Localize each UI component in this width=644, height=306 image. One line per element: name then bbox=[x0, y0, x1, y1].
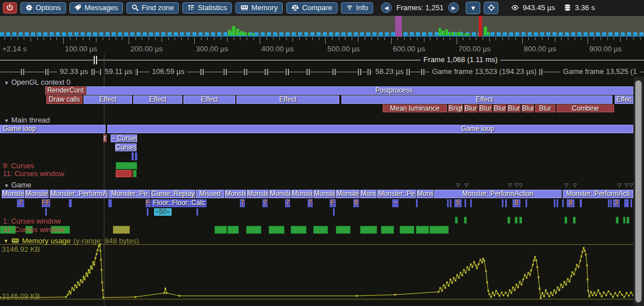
zone-bar[interactable]: Blur bbox=[464, 104, 477, 112]
zone-bar[interactable]: 5 bbox=[454, 199, 462, 207]
memory-usage-header[interactable]: ▼ Memory usage (y-range: 848 bytes) bbox=[3, 237, 139, 245]
zone-bar[interactable]: Mean luminance bbox=[383, 104, 447, 112]
zone-bar[interactable] bbox=[455, 217, 458, 224]
message-marker-icon[interactable]: ▽ bbox=[573, 182, 577, 188]
message-marker-icon[interactable]: ▽ bbox=[508, 182, 512, 188]
zone-bar[interactable]: Effec bbox=[615, 95, 633, 104]
zone-bar[interactable] bbox=[573, 217, 576, 224]
message-marker-icon[interactable]: ▽ bbox=[564, 182, 568, 188]
zone-bar[interactable] bbox=[214, 226, 227, 234]
statistics-button[interactable]: Statistics bbox=[182, 2, 232, 14]
zone-bar[interactable] bbox=[564, 217, 567, 224]
zone-bar[interactable] bbox=[507, 217, 510, 224]
zone-bar[interactable]: Effect bbox=[183, 95, 235, 104]
zone-bar[interactable] bbox=[616, 217, 619, 224]
zone-bar[interactable] bbox=[447, 199, 449, 207]
zone-bar[interactable]: Monste bbox=[225, 190, 246, 198]
zone-bar[interactable] bbox=[627, 217, 629, 224]
zone-bar[interactable] bbox=[360, 226, 377, 234]
zone-bar[interactable] bbox=[196, 208, 198, 216]
zone-bar[interactable]: 7 bbox=[262, 199, 268, 207]
thread-header[interactable]: ▼Game bbox=[4, 181, 31, 189]
zone-bar[interactable] bbox=[400, 226, 414, 234]
overview-frame-bar[interactable] bbox=[240, 31, 243, 36]
zone-bar[interactable] bbox=[227, 226, 239, 234]
info-button[interactable]: Info bbox=[341, 2, 374, 14]
message-marker-icon[interactable]: ▽ bbox=[617, 182, 621, 188]
message-marker-icon[interactable]: ▽ bbox=[625, 182, 629, 188]
zone-bar[interactable] bbox=[580, 199, 582, 207]
zone-bar[interactable]: Effect bbox=[341, 95, 612, 104]
message-marker-icon[interactable]: ▽ bbox=[519, 182, 523, 188]
zone-bar[interactable]: Combine bbox=[557, 104, 614, 112]
zone-bar[interactable]: Mons bbox=[360, 190, 376, 198]
zone-bar[interactable] bbox=[333, 208, 335, 216]
zone-bar[interactable]: Monster::Pe bbox=[377, 190, 416, 198]
zone-bar[interactable]: Brigh bbox=[448, 104, 463, 112]
zone-bar[interactable] bbox=[381, 226, 394, 234]
overview-frame-bar[interactable] bbox=[445, 29, 448, 36]
scrollbar-thumb[interactable] bbox=[635, 80, 642, 303]
zone-bar[interactable]: Draw calls bbox=[46, 95, 82, 104]
zone-bar[interactable]: Monste bbox=[247, 190, 269, 198]
zone-bar[interactable] bbox=[416, 199, 418, 207]
zone-bar[interactable] bbox=[465, 199, 466, 207]
zone-bar[interactable]: Monste bbox=[313, 190, 335, 198]
zone-bar[interactable]: Missed bbox=[196, 190, 224, 198]
zone-bar[interactable] bbox=[246, 226, 261, 234]
zone-bar[interactable] bbox=[133, 170, 137, 177]
overview-slow-frame-band[interactable] bbox=[395, 16, 402, 37]
overview-very-slow-frame-band[interactable] bbox=[479, 16, 482, 37]
overview-frame-bar[interactable] bbox=[488, 32, 490, 36]
overview-frame-bar[interactable] bbox=[455, 33, 457, 36]
overview-frame-bar[interactable] bbox=[252, 33, 255, 36]
go-to-frame-button[interactable]: ▼ bbox=[466, 2, 480, 14]
thread-header[interactable]: ▼OpenGL context 0 bbox=[4, 78, 71, 86]
zone-bar[interactable] bbox=[610, 199, 612, 207]
zone-bar[interactable]: 7 bbox=[308, 199, 313, 207]
options-button[interactable]: Options bbox=[20, 2, 66, 14]
crosshair-button[interactable] bbox=[484, 2, 498, 14]
prev-frame-button[interactable]: ◀ bbox=[381, 2, 392, 13]
subframe-band[interactable]: 92.33 µs59.11 µs106.59 µs58.23 µsGame fr… bbox=[0, 67, 644, 77]
overview-frame-bar[interactable] bbox=[467, 33, 470, 36]
zone-bar[interactable] bbox=[336, 226, 351, 234]
zone-bar[interactable] bbox=[505, 199, 507, 207]
zone-bar[interactable] bbox=[416, 226, 429, 234]
zone-bar[interactable] bbox=[69, 199, 72, 207]
zone-bar[interactable] bbox=[630, 199, 632, 207]
overview-frame-bar[interactable] bbox=[449, 32, 451, 36]
message-marker-icon[interactable]: ▽ bbox=[456, 182, 460, 188]
message-marker-icon[interactable]: ▽ bbox=[514, 182, 518, 188]
zone-bar[interactable]: 3 bbox=[613, 199, 620, 207]
find-zone-button[interactable]: Find zone bbox=[126, 2, 179, 14]
zone-bar[interactable]: Blur bbox=[522, 104, 534, 112]
zone-bar[interactable]: Curses bbox=[115, 143, 137, 151]
overview-frame-bar[interactable] bbox=[232, 26, 235, 36]
zone-bar[interactable] bbox=[291, 226, 306, 234]
zone-bar[interactable]: Game loop bbox=[107, 125, 633, 133]
zone-bar[interactable]: 7 bbox=[240, 199, 245, 207]
next-frame-button[interactable]: ▶ bbox=[448, 2, 459, 13]
zone-bar[interactable]: Postprocess bbox=[86, 86, 633, 95]
overview-frame-bar[interactable] bbox=[244, 32, 247, 36]
thread-header[interactable]: ▼Main thread bbox=[4, 116, 50, 124]
zone-bar[interactable]: ~50~ bbox=[154, 208, 172, 216]
zone-bar[interactable]: Monste bbox=[269, 190, 291, 198]
zone-bar[interactable] bbox=[132, 152, 134, 160]
zone-bar[interactable]: Mons bbox=[417, 190, 433, 198]
zone-bar[interactable]: Monste bbox=[25, 190, 49, 198]
zone-bar[interactable]: 7 bbox=[17, 199, 24, 207]
zone-bar[interactable] bbox=[525, 199, 527, 207]
zone-bar[interactable]: Blur bbox=[493, 104, 506, 112]
zone-bar[interactable] bbox=[554, 199, 555, 207]
overview-frame-bar[interactable] bbox=[465, 33, 467, 36]
zone-bar[interactable] bbox=[113, 226, 130, 234]
zone-bar[interactable]: Monster::PerformAction bbox=[434, 190, 562, 198]
messages-button[interactable]: Messages bbox=[69, 2, 123, 14]
compare-button[interactable]: Compare bbox=[286, 2, 337, 14]
overview-frame-bar[interactable] bbox=[248, 33, 251, 36]
zone-bar[interactable] bbox=[623, 217, 625, 224]
zone-bar[interactable] bbox=[515, 217, 518, 224]
zone-bar[interactable] bbox=[116, 170, 131, 177]
